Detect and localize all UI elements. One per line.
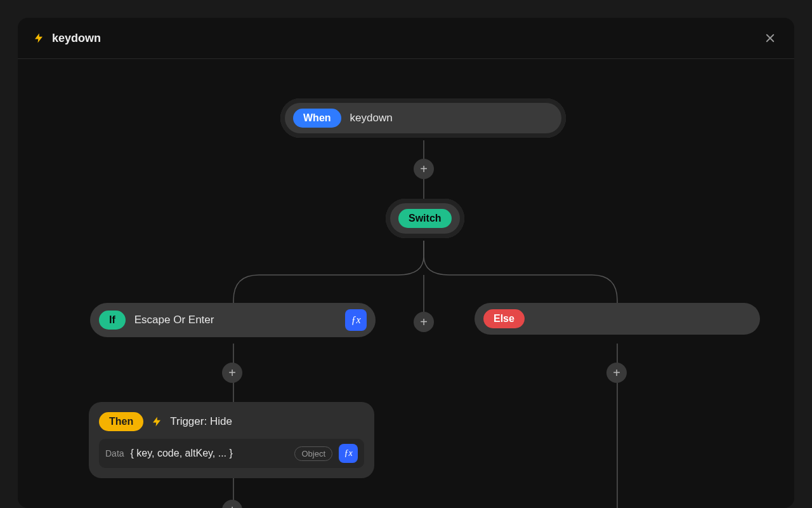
data-row[interactable]: Data { key, code, altKey, ... } Object ƒ… bbox=[99, 439, 364, 468]
if-condition-label: Escape Or Enter bbox=[134, 314, 336, 326]
close-button[interactable] bbox=[761, 29, 779, 47]
close-icon bbox=[764, 32, 776, 44]
if-node[interactable]: If Escape Or Enter ƒx bbox=[90, 303, 376, 337]
add-branch-button[interactable]: + bbox=[414, 312, 434, 332]
switch-node[interactable]: Switch bbox=[386, 199, 464, 238]
if-badge: If bbox=[99, 311, 126, 330]
fx-button[interactable]: ƒx bbox=[345, 309, 367, 331]
then-action-label: Trigger: Hide bbox=[170, 415, 232, 428]
add-step-button-else[interactable]: + bbox=[606, 363, 627, 383]
modal-title-group: keydown bbox=[33, 32, 101, 45]
modal-title: keydown bbox=[52, 32, 101, 45]
lightning-icon bbox=[33, 32, 44, 44]
data-value: { key, code, altKey, ... } bbox=[131, 448, 289, 459]
lightning-icon bbox=[151, 416, 162, 427]
when-label: keydown bbox=[350, 112, 393, 124]
data-label: Data bbox=[105, 448, 124, 458]
add-step-button[interactable]: + bbox=[414, 159, 434, 179]
when-badge: When bbox=[293, 109, 341, 128]
else-node[interactable]: Else bbox=[475, 303, 760, 335]
modal-header: keydown bbox=[18, 18, 794, 59]
flow-canvas[interactable]: When keydown + Switch If Escape Or Enter… bbox=[18, 59, 794, 508]
then-card[interactable]: Then Trigger: Hide Data { key, code, alt… bbox=[89, 402, 374, 478]
else-badge: Else bbox=[483, 309, 525, 328]
type-tag: Object bbox=[294, 446, 332, 461]
then-header-row: Then Trigger: Hide bbox=[99, 412, 364, 431]
flow-editor-modal: keydown When keydown + bbox=[18, 18, 794, 508]
then-badge: Then bbox=[99, 412, 143, 431]
fx-button[interactable]: ƒx bbox=[339, 444, 358, 463]
when-node[interactable]: When keydown bbox=[280, 98, 566, 138]
add-step-button-if[interactable]: + bbox=[222, 363, 242, 383]
switch-badge: Switch bbox=[398, 209, 452, 228]
add-step-button-after-then[interactable]: + bbox=[222, 500, 242, 508]
